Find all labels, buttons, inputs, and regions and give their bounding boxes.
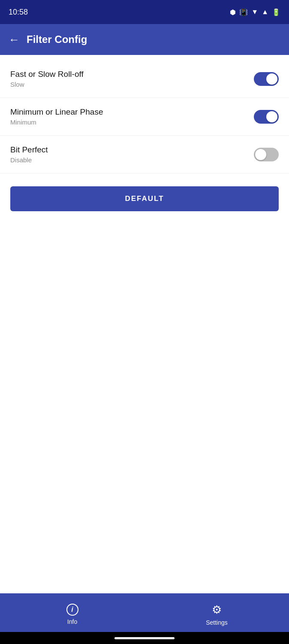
nav-item-settings[interactable]: ⚙ Settings [144, 600, 289, 626]
status-bar: 10:58 ⬢ 📳 ▼ ▲ 🔋 [0, 0, 289, 24]
setting-text-bit-perfect: Bit Perfect Disable [10, 145, 48, 164]
toggle-roll-off[interactable] [254, 72, 279, 86]
setting-row-bit-perfect: Bit Perfect Disable [0, 136, 289, 173]
status-icons: ⬢ 📳 ▼ ▲ 🔋 [230, 8, 280, 16]
nav-label-settings: Settings [206, 619, 228, 626]
gear-icon: ⚙ [212, 603, 222, 617]
setting-value-phase: Minimum [10, 118, 103, 126]
setting-label-bit-perfect: Bit Perfect [10, 145, 48, 155]
setting-text-roll-off: Fast or Slow Roll-off Slow [10, 70, 84, 88]
home-bar [114, 637, 175, 639]
nav-item-info[interactable]: i Info [0, 600, 144, 625]
default-button[interactable]: DEFAULT [10, 186, 279, 211]
default-button-section: DEFAULT [0, 173, 289, 220]
toggle-slider-bit-perfect[interactable] [254, 148, 279, 161]
vibrate-icon: 📳 [239, 8, 248, 16]
bottom-nav: i Info ⚙ Settings [0, 593, 289, 632]
nav-label-info: Info [67, 618, 77, 625]
status-time: 10:58 [9, 8, 28, 17]
page-title: Filter Config [27, 33, 87, 46]
setting-label-roll-off: Fast or Slow Roll-off [10, 70, 84, 79]
battery-icon: 🔋 [272, 8, 280, 16]
toggle-phase[interactable] [254, 110, 279, 124]
toggle-bit-perfect[interactable] [254, 148, 279, 161]
toggle-slider-roll-off[interactable] [254, 72, 279, 86]
setting-text-phase: Minimum or Linear Phase Minimum [10, 107, 103, 126]
setting-value-roll-off: Slow [10, 81, 84, 88]
toggle-slider-phase[interactable] [254, 110, 279, 124]
wifi-icon: ▼ [251, 8, 258, 16]
setting-value-bit-perfect: Disable [10, 156, 48, 164]
info-icon: i [66, 604, 78, 616]
setting-row-phase: Minimum or Linear Phase Minimum [0, 98, 289, 136]
signal-icon: ▲ [262, 8, 268, 16]
bluetooth-icon: ⬢ [230, 8, 236, 16]
back-button[interactable]: ← [9, 34, 20, 45]
app-bar: ← Filter Config [0, 24, 289, 55]
setting-row-roll-off: Fast or Slow Roll-off Slow [0, 60, 289, 98]
content-area: Fast or Slow Roll-off Slow Minimum or Li… [0, 55, 289, 593]
home-indicator [0, 632, 289, 644]
setting-label-phase: Minimum or Linear Phase [10, 107, 103, 117]
